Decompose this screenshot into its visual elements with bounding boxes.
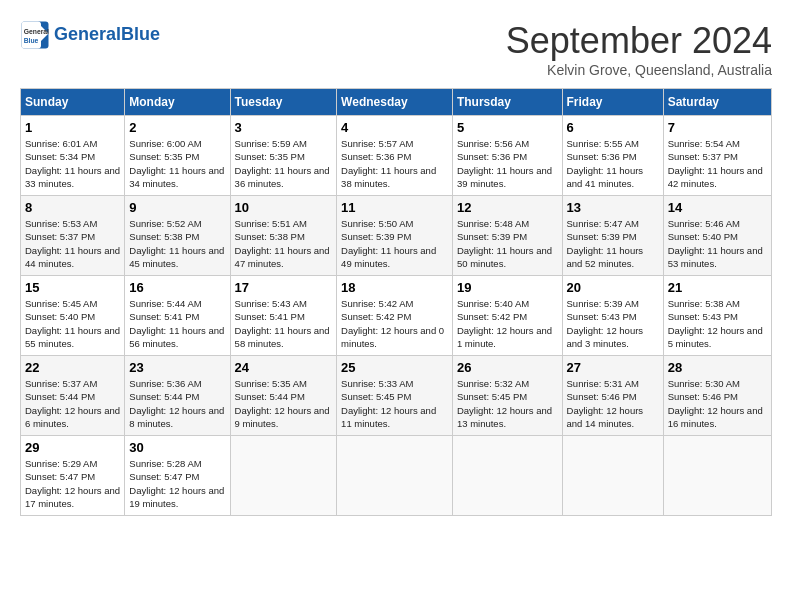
day-number: 30: [129, 440, 225, 455]
day-number: 26: [457, 360, 558, 375]
day-number: 5: [457, 120, 558, 135]
day-info: Sunrise: 5:55 AMSunset: 5:36 PMDaylight:…: [567, 137, 659, 190]
calendar-week-4: 22 Sunrise: 5:37 AMSunset: 5:44 PMDaylig…: [21, 356, 772, 436]
calendar-day-4: 4 Sunrise: 5:57 AMSunset: 5:36 PMDayligh…: [337, 116, 453, 196]
calendar-day-10: 10 Sunrise: 5:51 AMSunset: 5:38 PMDaylig…: [230, 196, 337, 276]
calendar-week-1: 1 Sunrise: 6:01 AMSunset: 5:34 PMDayligh…: [21, 116, 772, 196]
weekday-header-friday: Friday: [562, 89, 663, 116]
day-number: 2: [129, 120, 225, 135]
day-number: 7: [668, 120, 767, 135]
day-number: 6: [567, 120, 659, 135]
calendar-week-3: 15 Sunrise: 5:45 AMSunset: 5:40 PMDaylig…: [21, 276, 772, 356]
day-info: Sunrise: 5:30 AMSunset: 5:46 PMDaylight:…: [668, 377, 767, 430]
calendar-day-9: 9 Sunrise: 5:52 AMSunset: 5:38 PMDayligh…: [125, 196, 230, 276]
day-number: 13: [567, 200, 659, 215]
day-number: 10: [235, 200, 333, 215]
svg-text:General: General: [24, 28, 49, 35]
page-header: General Blue GeneralBlue September 2024 …: [20, 20, 772, 78]
calendar-day-17: 17 Sunrise: 5:43 AMSunset: 5:41 PMDaylig…: [230, 276, 337, 356]
day-number: 20: [567, 280, 659, 295]
day-number: 4: [341, 120, 448, 135]
calendar-day-20: 20 Sunrise: 5:39 AMSunset: 5:43 PMDaylig…: [562, 276, 663, 356]
day-info: Sunrise: 5:35 AMSunset: 5:44 PMDaylight:…: [235, 377, 333, 430]
day-number: 8: [25, 200, 120, 215]
day-info: Sunrise: 5:36 AMSunset: 5:44 PMDaylight:…: [129, 377, 225, 430]
calendar-table: SundayMondayTuesdayWednesdayThursdayFrid…: [20, 88, 772, 516]
weekday-header-row: SundayMondayTuesdayWednesdayThursdayFrid…: [21, 89, 772, 116]
day-info: Sunrise: 5:32 AMSunset: 5:45 PMDaylight:…: [457, 377, 558, 430]
calendar-day-12: 12 Sunrise: 5:48 AMSunset: 5:39 PMDaylig…: [452, 196, 562, 276]
day-number: 12: [457, 200, 558, 215]
day-info: Sunrise: 5:50 AMSunset: 5:39 PMDaylight:…: [341, 217, 448, 270]
day-info: Sunrise: 5:51 AMSunset: 5:38 PMDaylight:…: [235, 217, 333, 270]
calendar-day-5: 5 Sunrise: 5:56 AMSunset: 5:36 PMDayligh…: [452, 116, 562, 196]
calendar-day-2: 2 Sunrise: 6:00 AMSunset: 5:35 PMDayligh…: [125, 116, 230, 196]
title-block: September 2024 Kelvin Grove, Queensland,…: [506, 20, 772, 78]
calendar-day-3: 3 Sunrise: 5:59 AMSunset: 5:35 PMDayligh…: [230, 116, 337, 196]
svg-text:Blue: Blue: [24, 37, 39, 44]
day-info: Sunrise: 5:53 AMSunset: 5:37 PMDaylight:…: [25, 217, 120, 270]
day-info: Sunrise: 5:52 AMSunset: 5:38 PMDaylight:…: [129, 217, 225, 270]
calendar-day-13: 13 Sunrise: 5:47 AMSunset: 5:39 PMDaylig…: [562, 196, 663, 276]
weekday-header-wednesday: Wednesday: [337, 89, 453, 116]
logo-text: GeneralBlue: [54, 25, 160, 45]
calendar-week-5: 29 Sunrise: 5:29 AMSunset: 5:47 PMDaylig…: [21, 436, 772, 516]
day-number: 14: [668, 200, 767, 215]
calendar-day-8: 8 Sunrise: 5:53 AMSunset: 5:37 PMDayligh…: [21, 196, 125, 276]
day-info: Sunrise: 5:46 AMSunset: 5:40 PMDaylight:…: [668, 217, 767, 270]
weekday-header-monday: Monday: [125, 89, 230, 116]
logo: General Blue GeneralBlue: [20, 20, 160, 50]
svg-rect-2: [22, 22, 42, 49]
day-info: Sunrise: 5:44 AMSunset: 5:41 PMDaylight:…: [129, 297, 225, 350]
empty-cell: [663, 436, 771, 516]
day-info: Sunrise: 5:59 AMSunset: 5:35 PMDaylight:…: [235, 137, 333, 190]
calendar-day-25: 25 Sunrise: 5:33 AMSunset: 5:45 PMDaylig…: [337, 356, 453, 436]
calendar-day-16: 16 Sunrise: 5:44 AMSunset: 5:41 PMDaylig…: [125, 276, 230, 356]
day-number: 11: [341, 200, 448, 215]
day-info: Sunrise: 5:29 AMSunset: 5:47 PMDaylight:…: [25, 457, 120, 510]
day-info: Sunrise: 5:56 AMSunset: 5:36 PMDaylight:…: [457, 137, 558, 190]
calendar-day-27: 27 Sunrise: 5:31 AMSunset: 5:46 PMDaylig…: [562, 356, 663, 436]
calendar-day-7: 7 Sunrise: 5:54 AMSunset: 5:37 PMDayligh…: [663, 116, 771, 196]
calendar-day-22: 22 Sunrise: 5:37 AMSunset: 5:44 PMDaylig…: [21, 356, 125, 436]
empty-cell: [562, 436, 663, 516]
empty-cell: [337, 436, 453, 516]
weekday-header-tuesday: Tuesday: [230, 89, 337, 116]
calendar-day-28: 28 Sunrise: 5:30 AMSunset: 5:46 PMDaylig…: [663, 356, 771, 436]
day-number: 24: [235, 360, 333, 375]
day-number: 22: [25, 360, 120, 375]
day-info: Sunrise: 5:28 AMSunset: 5:47 PMDaylight:…: [129, 457, 225, 510]
day-number: 29: [25, 440, 120, 455]
day-info: Sunrise: 5:40 AMSunset: 5:42 PMDaylight:…: [457, 297, 558, 350]
logo-icon: General Blue: [20, 20, 50, 50]
day-info: Sunrise: 5:48 AMSunset: 5:39 PMDaylight:…: [457, 217, 558, 270]
calendar-week-2: 8 Sunrise: 5:53 AMSunset: 5:37 PMDayligh…: [21, 196, 772, 276]
day-number: 19: [457, 280, 558, 295]
day-info: Sunrise: 5:47 AMSunset: 5:39 PMDaylight:…: [567, 217, 659, 270]
calendar-day-21: 21 Sunrise: 5:38 AMSunset: 5:43 PMDaylig…: [663, 276, 771, 356]
day-number: 1: [25, 120, 120, 135]
weekday-header-saturday: Saturday: [663, 89, 771, 116]
day-number: 15: [25, 280, 120, 295]
weekday-header-sunday: Sunday: [21, 89, 125, 116]
calendar-day-6: 6 Sunrise: 5:55 AMSunset: 5:36 PMDayligh…: [562, 116, 663, 196]
day-number: 9: [129, 200, 225, 215]
day-info: Sunrise: 5:31 AMSunset: 5:46 PMDaylight:…: [567, 377, 659, 430]
empty-cell: [452, 436, 562, 516]
day-number: 25: [341, 360, 448, 375]
day-number: 21: [668, 280, 767, 295]
calendar-day-14: 14 Sunrise: 5:46 AMSunset: 5:40 PMDaylig…: [663, 196, 771, 276]
day-number: 3: [235, 120, 333, 135]
day-number: 16: [129, 280, 225, 295]
day-info: Sunrise: 5:54 AMSunset: 5:37 PMDaylight:…: [668, 137, 767, 190]
day-info: Sunrise: 5:39 AMSunset: 5:43 PMDaylight:…: [567, 297, 659, 350]
day-number: 23: [129, 360, 225, 375]
day-info: Sunrise: 5:38 AMSunset: 5:43 PMDaylight:…: [668, 297, 767, 350]
month-title: September 2024: [506, 20, 772, 62]
calendar-day-26: 26 Sunrise: 5:32 AMSunset: 5:45 PMDaylig…: [452, 356, 562, 436]
day-info: Sunrise: 5:37 AMSunset: 5:44 PMDaylight:…: [25, 377, 120, 430]
calendar-day-30: 30 Sunrise: 5:28 AMSunset: 5:47 PMDaylig…: [125, 436, 230, 516]
calendar-day-18: 18 Sunrise: 5:42 AMSunset: 5:42 PMDaylig…: [337, 276, 453, 356]
empty-cell: [230, 436, 337, 516]
day-number: 17: [235, 280, 333, 295]
